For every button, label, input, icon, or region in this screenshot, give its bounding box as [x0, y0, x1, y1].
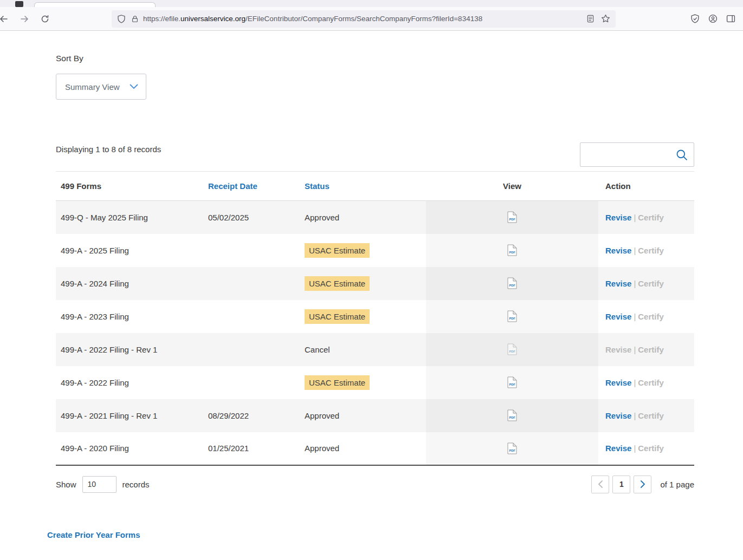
- revise-link[interactable]: Revise: [605, 345, 631, 354]
- certify-link[interactable]: Certify: [638, 411, 664, 420]
- current-page-box[interactable]: 1: [612, 476, 630, 493]
- form-name: 499-A - 2020 Filing: [61, 444, 129, 453]
- records-label: records: [122, 480, 150, 489]
- action-separator: |: [634, 279, 636, 288]
- form-name: 499-A - 2022 Filing: [61, 378, 129, 387]
- pdf-icon: PDF: [507, 244, 517, 256]
- per-page-input[interactable]: [82, 476, 117, 493]
- column-header-view: View: [503, 181, 521, 191]
- table-header-row: 499 Forms Receipt Date Status View Actio…: [56, 172, 694, 201]
- lock-icon[interactable]: [131, 15, 139, 23]
- action-separator: |: [634, 378, 636, 387]
- form-name: 499-A - 2024 Filing: [61, 279, 129, 288]
- url-prefix: https://efile.: [143, 15, 180, 23]
- shield-icon[interactable]: [117, 15, 126, 23]
- of-pages-label: of 1 page: [660, 480, 694, 489]
- action-separator: |: [634, 411, 636, 420]
- svg-text:PDF: PDF: [509, 251, 516, 254]
- revise-link[interactable]: Revise: [605, 312, 631, 321]
- forward-button[interactable]: [16, 11, 33, 27]
- bookmark-star-icon[interactable]: [601, 14, 610, 23]
- view-pdf-button[interactable]: PDF: [507, 343, 517, 355]
- forward-arrow-icon: [20, 15, 29, 23]
- url-bar[interactable]: https://efile.universalservice.org/EFile…: [112, 10, 616, 28]
- certify-link[interactable]: Certify: [638, 213, 664, 222]
- table-row: 499-A - 2025 Filing USAC Estimate PDF Re…: [56, 234, 694, 267]
- view-pdf-button[interactable]: PDF: [507, 442, 517, 454]
- svg-text:PDF: PDF: [509, 284, 516, 287]
- browser-tab[interactable]: [34, 2, 156, 7]
- pdf-icon: PDF: [507, 376, 517, 388]
- summary-view-dropdown[interactable]: Summary View: [56, 74, 146, 100]
- chevron-down-icon: [130, 84, 138, 89]
- search-icon[interactable]: [675, 148, 694, 161]
- form-name: 499-A - 2025 Filing: [61, 246, 129, 255]
- back-arrow-icon: [0, 15, 8, 23]
- sidebar-icon[interactable]: [726, 14, 735, 23]
- receipt-date: 05/02/2025: [208, 213, 249, 222]
- revise-link[interactable]: Revise: [605, 279, 631, 288]
- pdf-icon: PDF: [507, 211, 517, 223]
- certify-link[interactable]: Certify: [638, 312, 664, 321]
- back-button[interactable]: [0, 11, 12, 27]
- column-header-action: Action: [605, 181, 631, 191]
- svg-text:PDF: PDF: [509, 317, 516, 320]
- svg-text:PDF: PDF: [509, 448, 516, 452]
- form-name: 499-A - 2021 Filing - Rev 1: [61, 411, 157, 420]
- next-page-button[interactable]: [634, 476, 651, 493]
- action-separator: |: [634, 246, 636, 255]
- forms-table-body: 499-Q - May 2025 Filing 05/02/2025 Appro…: [56, 201, 694, 465]
- revise-link[interactable]: Revise: [605, 411, 631, 420]
- view-pdf-button[interactable]: PDF: [507, 376, 517, 388]
- account-icon[interactable]: [708, 14, 718, 23]
- certify-link[interactable]: Certify: [638, 246, 664, 255]
- certify-link[interactable]: Certify: [638, 444, 664, 453]
- pdf-icon: PDF: [507, 409, 517, 421]
- svg-text:PDF: PDF: [509, 350, 516, 353]
- dropdown-selected-value: Summary View: [65, 82, 120, 92]
- action-separator: |: [634, 345, 636, 354]
- status-text: USAC Estimate: [305, 276, 370, 291]
- column-header-status[interactable]: Status: [305, 181, 329, 191]
- receipt-date: 08/29/2022: [208, 411, 249, 420]
- column-header-receipt-date[interactable]: Receipt Date: [208, 181, 257, 191]
- revise-link[interactable]: Revise: [605, 246, 631, 255]
- table-row: 499-A - 2023 Filing USAC Estimate PDF Re…: [56, 300, 694, 333]
- status-text: Approved: [305, 444, 339, 453]
- certify-link[interactable]: Certify: [638, 345, 664, 354]
- browser-window: https://efile.universalservice.org/EFile…: [0, 0, 743, 560]
- form-name: 499-A - 2023 Filing: [61, 312, 129, 321]
- forms-table: 499 Forms Receipt Date Status View Actio…: [56, 171, 694, 466]
- current-page-number: 1: [619, 480, 624, 489]
- reload-button[interactable]: [37, 11, 53, 27]
- reader-mode-icon[interactable]: [586, 15, 595, 23]
- view-pdf-button[interactable]: PDF: [507, 244, 517, 256]
- tab-bar: [0, 0, 743, 7]
- show-label: Show: [56, 480, 76, 489]
- certify-link[interactable]: Certify: [638, 378, 664, 387]
- view-pdf-button[interactable]: PDF: [507, 211, 517, 223]
- status-text: Cancel: [305, 345, 330, 354]
- create-prior-year-forms-link[interactable]: Create Prior Year Forms: [47, 530, 140, 539]
- chevron-right-icon: [640, 480, 645, 488]
- view-pdf-button[interactable]: PDF: [507, 277, 517, 289]
- pdf-icon: PDF: [507, 310, 517, 322]
- previous-page-button[interactable]: [591, 476, 609, 493]
- action-separator: |: [634, 312, 636, 321]
- table-row: 499-A - 2022 Filing USAC Estimate PDF Re…: [56, 366, 694, 399]
- revise-link[interactable]: Revise: [605, 213, 631, 222]
- view-pdf-button[interactable]: PDF: [507, 310, 517, 322]
- pdf-icon: PDF: [507, 277, 517, 289]
- tab-favicon: [15, 1, 23, 7]
- certify-link[interactable]: Certify: [638, 279, 664, 288]
- table-row: 499-A - 2020 Filing 01/25/2021 Approved …: [56, 432, 694, 465]
- view-pdf-button[interactable]: PDF: [507, 409, 517, 421]
- table-search-box[interactable]: [580, 142, 694, 167]
- records-summary: Displaying 1 to 8 of 8 records: [56, 142, 161, 154]
- status-text: Approved: [305, 411, 339, 420]
- revise-link[interactable]: Revise: [605, 378, 631, 387]
- search-input[interactable]: [580, 143, 675, 166]
- revise-link[interactable]: Revise: [605, 444, 631, 453]
- table-row: 499-Q - May 2025 Filing 05/02/2025 Appro…: [56, 201, 694, 234]
- shield-check-icon[interactable]: [690, 14, 700, 23]
